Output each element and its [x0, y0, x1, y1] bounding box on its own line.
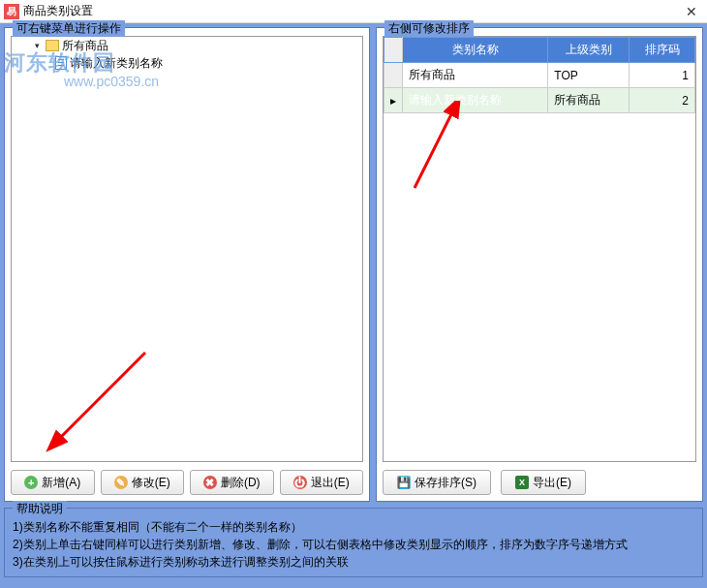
pencil-icon: ✎ [114, 476, 128, 489]
save-icon: 💾 [397, 476, 411, 489]
help-line: 2)类别上单击右键同样可以进行类别新增、修改、删除，可以右侧表格中修改类别显示的… [13, 536, 694, 553]
tree-root-label: 所有商品 [62, 38, 108, 54]
cell-parent[interactable]: TOP [548, 63, 630, 88]
col-parent[interactable]: 上级类别 [548, 38, 630, 63]
cell-sort[interactable]: 2 [630, 88, 695, 113]
grid-panel: 右侧可修改排序 类别名称 上级类别 排序码 所有商品 [376, 27, 703, 502]
save-sort-button[interactable]: 💾 保存排序(S) [383, 470, 491, 495]
exit-label: 退出(E) [311, 475, 350, 491]
help-line: 1)类别名称不能重复相同（不能有二个一样的类别名称） [13, 518, 694, 536]
excel-icon: X [515, 476, 529, 489]
edit-button[interactable]: ✎ 修改(E) [101, 470, 185, 495]
cell-parent[interactable]: 所有商品 [548, 88, 630, 113]
cell-name[interactable]: 所有商品 [403, 63, 548, 88]
save-label: 保存排序(S) [415, 475, 476, 491]
grid-row[interactable]: 所有商品 TOP 1 [384, 63, 695, 88]
export-button[interactable]: X 导出(E) [501, 470, 586, 495]
row-indicator [384, 63, 403, 88]
add-label: 新增(A) [42, 475, 80, 491]
tree-child-label: 请输入新类别名称 [70, 55, 163, 72]
grid-row[interactable]: ▸ 请输入新类别名称 所有商品 2 [384, 88, 695, 113]
right-button-row: 💾 保存排序(S) X 导出(E) [383, 470, 696, 495]
collapse-icon[interactable]: ▾ [31, 40, 43, 51]
edit-label: 修改(E) [132, 475, 170, 491]
tree-root-node[interactable]: ▾ 所有商品 [12, 37, 362, 54]
tree-child-node[interactable]: 请输入新类别名称 [12, 54, 362, 72]
export-label: 导出(E) [533, 475, 571, 491]
delete-button[interactable]: ✖ 删除(D) [190, 470, 274, 495]
grid-panel-label: 右侧可修改排序 [384, 20, 474, 37]
row-indicator: ▸ [384, 88, 403, 113]
exit-button[interactable]: ⏻ 退出(E) [280, 470, 364, 495]
folder-icon [46, 40, 59, 51]
app-icon: 易 [4, 4, 19, 19]
help-line: 3)在类别上可以按住鼠标进行类别称动来进行调整类别之间的关联 [13, 553, 694, 571]
power-icon: ⏻ [293, 476, 307, 489]
close-button[interactable]: ✕ [680, 3, 703, 20]
file-icon [55, 56, 67, 70]
col-sort[interactable]: 排序码 [630, 38, 695, 63]
grid-corner [384, 38, 403, 63]
x-icon: ✖ [203, 476, 217, 489]
left-button-row: + 新增(A) ✎ 修改(E) ✖ 删除(D) ⏻ 退出(E) [11, 470, 363, 495]
help-panel: 帮助说明 1)类别名称不能重复相同（不能有二个一样的类别名称） 2)类别上单击右… [4, 508, 703, 577]
category-tree[interactable]: ▾ 所有商品 请输入新类别名称 [11, 36, 363, 462]
delete-label: 删除(D) [221, 475, 261, 491]
cell-sort[interactable]: 1 [630, 63, 695, 88]
add-button[interactable]: + 新增(A) [11, 470, 95, 495]
tree-panel-label: 可右键菜单进行操作 [13, 20, 125, 37]
cell-name-selected[interactable]: 请输入新类别名称 [403, 88, 548, 113]
col-name[interactable]: 类别名称 [403, 38, 548, 63]
sort-grid[interactable]: 类别名称 上级类别 排序码 所有商品 TOP 1 ▸ [383, 36, 696, 462]
help-title: 帮助说明 [13, 501, 67, 517]
main-area: 河东软件园 www.pc0359.cn 可右键菜单进行操作 ▾ 所有商品 请输入… [0, 23, 707, 588]
plus-icon: + [24, 476, 38, 489]
tree-panel: 可右键菜单进行操作 ▾ 所有商品 请输入新类别名称 + 新增(A) [4, 27, 370, 502]
grid-header-row: 类别名称 上级类别 排序码 [384, 38, 695, 63]
window-title: 商品类别设置 [23, 3, 680, 19]
